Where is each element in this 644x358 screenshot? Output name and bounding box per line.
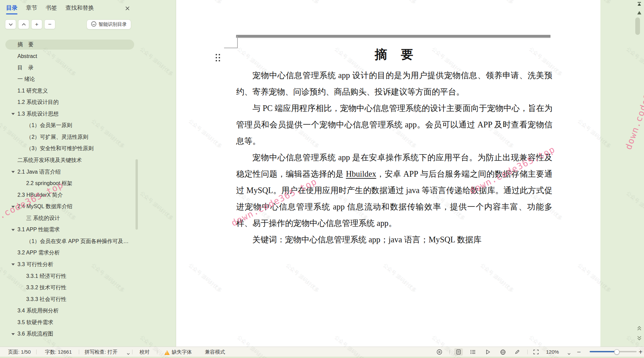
vertical-scrollbar-thumb[interactable] bbox=[635, 17, 640, 35]
zoom-slider-thumb[interactable] bbox=[614, 349, 620, 355]
collapse-caret-icon[interactable] bbox=[11, 113, 15, 115]
fullscreen-icon[interactable] bbox=[533, 349, 539, 355]
toc-item-label: 3.3.3 社会可行性 bbox=[5, 296, 66, 303]
collapse-caret-icon[interactable] bbox=[11, 333, 15, 335]
toc-item-label: 2.2 springboot 框架 bbox=[5, 180, 72, 187]
toc-item[interactable]: 摘 要 bbox=[5, 40, 134, 50]
page-view-icon[interactable] bbox=[454, 348, 463, 356]
missing-font-button[interactable]: 缺失字体 bbox=[172, 349, 192, 355]
toc-item[interactable]: 3.3.3 社会可行性 bbox=[5, 294, 134, 305]
margin-corner-mark bbox=[224, 48, 238, 48]
toc-item-label: 3.2 APP 需求分析 bbox=[5, 249, 60, 256]
separator bbox=[36, 350, 37, 354]
toc-toolbar: + − bbox=[5, 19, 55, 29]
web-layout-icon[interactable] bbox=[499, 349, 506, 355]
zoom-out-button[interactable]: − bbox=[577, 348, 581, 356]
doc-paragraph[interactable]: 与 PC 端应用程序相比，宠物中心信息管理系统的设计主要面向于宠物中心，旨在为管… bbox=[236, 100, 552, 149]
collapse-caret-icon[interactable] bbox=[11, 263, 15, 265]
toc-item-label: 目 录 bbox=[5, 64, 34, 71]
scroll-up-arrow-icon[interactable] bbox=[637, 10, 642, 16]
doc-paragraph[interactable]: 宠物中心信息管理系统 app 设计的目的是为用户提供宠物信息、领养申请、洗美预约… bbox=[236, 67, 552, 100]
toc-item[interactable]: 2.4 MySQL 数据库介绍 bbox=[5, 201, 134, 213]
collapse-all-button[interactable] bbox=[18, 19, 29, 29]
toc-item-label: 1.1 研究意义 bbox=[5, 87, 48, 95]
play-slideshow-icon[interactable] bbox=[485, 349, 491, 355]
toc-item-label: 3.5 软硬件需求 bbox=[5, 319, 53, 326]
toc-item[interactable]: 二系统开发环境及关键技术 bbox=[5, 155, 134, 166]
document-body[interactable]: 宠物中心信息管理系统 app 设计的目的是为用户提供宠物信息、领养申请、洗美预约… bbox=[236, 67, 552, 248]
zoom-in-button[interactable]: + bbox=[31, 19, 42, 29]
toc-item[interactable]: 2.3 HBuilderX 简介 bbox=[5, 189, 134, 201]
chevron-down-icon[interactable] bbox=[566, 351, 572, 357]
toc-item[interactable]: 3.3 可行性分析 bbox=[5, 259, 134, 270]
collapse-caret-icon[interactable] bbox=[11, 171, 15, 173]
document-title[interactable]: 摘 要 bbox=[236, 46, 552, 63]
page-indicator: 页面: 1/50 bbox=[8, 349, 31, 355]
toc-item[interactable]: 3.4 系统用例分析 bbox=[5, 305, 134, 317]
scroll-to-top-icon[interactable] bbox=[637, 1, 642, 8]
toc-item-label: （1）会员在安卓 APP 页面各种操作可及… bbox=[5, 238, 129, 245]
toc-item-label: 3.4 系统用例分析 bbox=[5, 307, 59, 314]
toc-item[interactable]: 3.1 APP 性能需求 bbox=[5, 224, 134, 236]
doc-paragraph[interactable]: 关键词：宠物中心信息管理系统 app；java 语言；MySQL 数据库 bbox=[236, 231, 552, 248]
toc-item[interactable]: （1）会员在安卓 APP 页面各种操作可及… bbox=[5, 236, 134, 247]
sidebar-tab-4[interactable]: 查找和替换 bbox=[65, 4, 94, 14]
toc-item[interactable]: 目 录 bbox=[5, 62, 134, 73]
edit-pen-icon[interactable] bbox=[514, 349, 521, 355]
zoom-in-button[interactable]: + bbox=[639, 348, 643, 356]
toc-item[interactable]: （3）安全性和可维护性原则 bbox=[5, 143, 134, 155]
separator bbox=[527, 350, 528, 354]
sidebar-scrollbar[interactable] bbox=[136, 159, 138, 230]
toc-item-label: 2.4 MySQL 数据库介绍 bbox=[5, 203, 72, 210]
zoom-level-value[interactable]: 120% bbox=[546, 349, 559, 355]
toc-item[interactable]: 3.2 APP 需求分析 bbox=[5, 247, 134, 259]
toc-item[interactable]: （1）会员第一原则 bbox=[5, 120, 134, 131]
collapse-caret-icon[interactable] bbox=[11, 229, 15, 231]
toc-item[interactable]: （2）可扩展、灵活性原则 bbox=[5, 131, 134, 143]
toc-item-label: 三 系统的设计 bbox=[5, 215, 60, 222]
toc-item[interactable]: 1.2 系统设计目的 bbox=[5, 97, 134, 108]
separator bbox=[449, 350, 450, 354]
chevron-down-icon[interactable] bbox=[125, 351, 131, 357]
toc-item[interactable]: 2.1 Java 语言介绍 bbox=[5, 166, 134, 178]
toc-item-label: （3）安全性和可维护性原则 bbox=[5, 145, 94, 152]
next-page-button[interactable] bbox=[637, 335, 642, 342]
toc-item-label: 3.3.1 经济可行性 bbox=[5, 273, 66, 280]
toc-item[interactable]: 1.3 系统设计思想 bbox=[5, 108, 134, 120]
navigation-sidebar: 目录章节书签查找和替换 + − 智能识别目录 摘 要Abstract目 录一 绪… bbox=[0, 0, 176, 347]
toc-item[interactable]: 1.1 研究意义 bbox=[5, 85, 134, 97]
close-icon[interactable] bbox=[123, 4, 131, 12]
outline-view-icon[interactable] bbox=[470, 349, 476, 355]
spellcheck-toggle[interactable]: 拼写检查: 打开 bbox=[85, 349, 117, 355]
toc-item-label: （2）可扩展、灵活性原则 bbox=[5, 134, 88, 141]
compat-mode-badge[interactable]: 兼容模式 bbox=[205, 349, 225, 355]
toc-item[interactable]: 2.2 springboot 框架 bbox=[5, 178, 134, 189]
separator bbox=[157, 350, 157, 354]
zoom-slider-fill bbox=[590, 351, 616, 352]
toc-item[interactable]: 3.3.2 技术可行性 bbox=[5, 282, 134, 294]
toc-item-label: （1）会员第一原则 bbox=[5, 122, 72, 129]
toc-item[interactable]: 3.3.1 经济可行性 bbox=[5, 271, 134, 282]
paragraph-drag-handle-icon[interactable] bbox=[216, 54, 220, 62]
eye-protect-icon[interactable] bbox=[436, 349, 443, 355]
separator bbox=[132, 350, 132, 354]
doc-paragraph[interactable]: 宠物中心信息管理系统 app 是在安卓操作系统下的应用平台。为防止出现兼容性及稳… bbox=[236, 149, 552, 231]
sidebar-tab-3[interactable]: 书签 bbox=[46, 4, 57, 14]
proofread-button[interactable]: 校对 bbox=[140, 349, 150, 355]
word-count: 字数: 12661 bbox=[45, 349, 72, 355]
toc-item-label: 摘 要 bbox=[5, 41, 34, 48]
collapse-caret-icon[interactable] bbox=[11, 206, 15, 208]
toc-item[interactable]: Abstract bbox=[5, 51, 134, 62]
toc-item[interactable]: 3.6 系统流程图 bbox=[5, 329, 134, 340]
toc-item[interactable]: 一 绪论 bbox=[5, 74, 134, 85]
toc-item-label: 2.3 HBuilderX 简介 bbox=[5, 192, 63, 199]
smart-recognize-toc-button[interactable]: 智能识别目录 bbox=[87, 19, 131, 29]
sidebar-tab-2[interactable]: 章节 bbox=[26, 4, 37, 14]
toc-item[interactable]: 三 系统的设计 bbox=[5, 213, 134, 224]
expand-all-button[interactable] bbox=[5, 19, 16, 29]
zoom-out-button[interactable]: − bbox=[44, 19, 55, 29]
sidebar-tab-1[interactable]: 目录 bbox=[6, 4, 17, 14]
toc-item[interactable]: 3.5 软硬件需求 bbox=[5, 317, 134, 328]
page-top-edge bbox=[236, 35, 550, 38]
previous-page-button[interactable] bbox=[637, 326, 642, 333]
